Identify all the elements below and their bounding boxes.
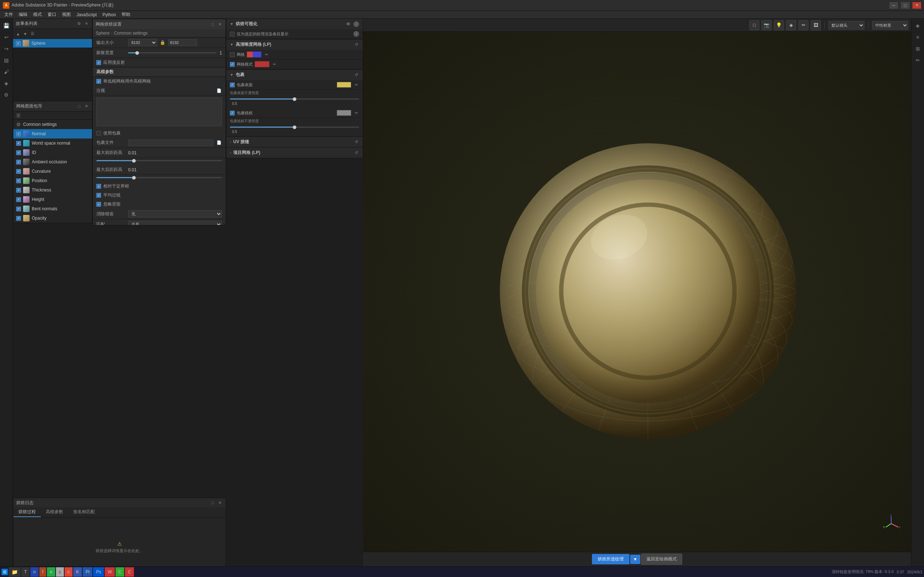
- right-icon-4[interactable]: ✏: [913, 55, 923, 66]
- wireframe-edit[interactable]: ✏: [353, 110, 359, 116]
- only-selected-cb[interactable]: [230, 32, 234, 36]
- bake-log-close[interactable]: ✕: [217, 500, 223, 506]
- mesh-color-swatch[interactable]: [247, 52, 261, 57]
- mesh-nav-bent[interactable]: ✓ Bent normals: [13, 204, 92, 213]
- apply-diffuse-cb[interactable]: ✓: [96, 60, 101, 65]
- layer-down-icon[interactable]: ▼: [23, 31, 28, 37]
- mesh-nav-curvature[interactable]: ✓ Curvature: [13, 167, 92, 176]
- menu-window[interactable]: 窗口: [45, 11, 59, 18]
- bake-viz-info[interactable]: i: [353, 21, 359, 27]
- 3d-viewport[interactable]: X Y Z: [363, 32, 911, 552]
- sidebar-brush-icon[interactable]: 🖌: [1, 66, 12, 77]
- smooth-normals-cb[interactable]: ✓: [96, 193, 101, 198]
- camera-select[interactable]: 默认镜头: [828, 21, 864, 29]
- lock-icon[interactable]: 🔒: [160, 40, 165, 45]
- viewport-btn-photo[interactable]: 🖼: [811, 20, 821, 30]
- layer-up-icon[interactable]: ▲: [15, 31, 21, 37]
- taskbar-c3-btn[interactable]: C: [115, 567, 124, 577]
- taskbar-ps-btn[interactable]: Ps: [93, 567, 104, 577]
- bake-log-float[interactable]: □: [210, 500, 215, 506]
- return-to-paint-button[interactable]: 返回至绘画模式: [641, 554, 682, 565]
- height-checkbox[interactable]: ✓: [16, 197, 21, 202]
- right-icon-3[interactable]: ⊞: [913, 43, 923, 54]
- layer-sphere[interactable]: ✓ Sphere: [13, 39, 92, 48]
- mesh-nav-wsn[interactable]: ✓ World space normal: [13, 139, 92, 148]
- thick-checkbox[interactable]: ✓: [16, 188, 21, 193]
- mesh-detail-cb[interactable]: ✓: [230, 62, 234, 67]
- mesh-detail-swatch[interactable]: [255, 61, 269, 67]
- mesh-nav-thickness[interactable]: ✓ Thickness: [13, 185, 92, 195]
- taskbar-c4-btn[interactable]: C: [125, 567, 134, 577]
- uv-padding-header[interactable]: › UV 接缝 ↺: [226, 137, 363, 147]
- taskbar-pt-btn[interactable]: Pt: [82, 567, 92, 577]
- close-button[interactable]: ✕: [913, 2, 921, 9]
- high-res-header[interactable]: ▼ 高清晰度网格 (LP) ↺: [226, 39, 363, 50]
- sidebar-undo-icon[interactable]: ↩: [1, 32, 12, 43]
- bake-selected-button[interactable]: 烘焙所选纹理: [592, 554, 630, 564]
- sidebar-material-icon[interactable]: ◈: [1, 78, 12, 89]
- only-selected-info[interactable]: i: [353, 31, 359, 37]
- menu-edit[interactable]: 编辑: [16, 11, 30, 18]
- surface-edit[interactable]: ✏: [353, 82, 359, 88]
- relative-cb[interactable]: ✓: [96, 184, 101, 189]
- sidebar-props-icon[interactable]: ⚙: [1, 89, 12, 100]
- mesh-nav-ao[interactable]: ✓ Ambient occlusion: [13, 157, 92, 167]
- taskbar-c2-btn[interactable]: c: [65, 567, 73, 577]
- id-checkbox[interactable]: ✓: [16, 150, 21, 155]
- package-reset[interactable]: ↺: [353, 72, 359, 78]
- story-list-settings[interactable]: ⚙: [76, 21, 82, 27]
- bake-dropdown-button[interactable]: ▼: [630, 554, 640, 564]
- sidebar-save-icon[interactable]: 💾: [1, 20, 12, 31]
- mesh-nav-id[interactable]: ✓ ID: [13, 148, 92, 157]
- taskbar-e-btn[interactable]: e: [47, 567, 55, 577]
- bake-log-tab-match[interactable]: 按名称匹配: [68, 508, 100, 517]
- viewport-btn-light[interactable]: 💡: [774, 20, 784, 30]
- mesh-detail-edit[interactable]: ✏: [271, 61, 277, 67]
- edge-width-thumb[interactable]: [135, 51, 139, 55]
- cage-file-browse[interactable]: 📄: [216, 140, 222, 146]
- bake-settings-close[interactable]: ✕: [217, 21, 223, 27]
- use-low-mesh-cb[interactable]: ✓: [96, 79, 101, 84]
- viewport-btn-3d[interactable]: □: [749, 20, 759, 30]
- taskbar-windows-icon[interactable]: ⊞: [2, 569, 8, 575]
- taskbar-t-btn[interactable]: T: [21, 567, 30, 577]
- mesh-nav-float[interactable]: □: [76, 103, 82, 109]
- bake-log-tab-high[interactable]: 高模参数: [41, 508, 68, 517]
- mesh-nav-filter[interactable]: ☰: [16, 113, 21, 118]
- taskbar-k-btn[interactable]: K: [73, 567, 82, 577]
- menu-javascript[interactable]: JavaScript: [74, 11, 100, 18]
- normal-checkbox[interactable]: ✓: [16, 132, 21, 136]
- menu-file[interactable]: 文件: [2, 11, 16, 18]
- right-icon-1[interactable]: ◈: [913, 20, 923, 31]
- taskbar-file-btn[interactable]: 📁: [9, 567, 21, 577]
- story-list-close[interactable]: ✕: [83, 21, 89, 27]
- mesh-cb[interactable]: [230, 52, 234, 57]
- use-cage-cb[interactable]: [96, 131, 101, 135]
- menu-help[interactable]: 帮助: [119, 11, 133, 18]
- pos-checkbox[interactable]: ✓: [16, 179, 21, 183]
- package-header[interactable]: ▼ 包裹 ↺: [226, 69, 363, 80]
- mesh-nav-position[interactable]: ✓ Position: [13, 176, 92, 185]
- item-mesh-header[interactable]: › 项目网格 (LP) ↺: [226, 148, 363, 158]
- mesh-nav-close[interactable]: ✕: [83, 103, 89, 109]
- minimize-button[interactable]: ─: [889, 2, 898, 9]
- menu-python[interactable]: Python: [100, 11, 119, 18]
- high-res-reset[interactable]: ↺: [353, 42, 359, 48]
- ao-checkbox[interactable]: ✓: [16, 160, 21, 164]
- maximize-button[interactable]: □: [901, 2, 909, 9]
- note-textarea[interactable]: [96, 97, 222, 126]
- viewport-btn-render[interactable]: ◈: [786, 20, 796, 30]
- item-mesh-reset[interactable]: ↺: [353, 150, 359, 156]
- viewport-btn-cam[interactable]: 📷: [762, 20, 772, 30]
- bake-viz-eye[interactable]: 👁: [346, 21, 351, 27]
- taskbar-c-btn[interactable]: c: [56, 567, 64, 577]
- surface-opacity-thumb[interactable]: [293, 97, 296, 101]
- taskbar-f-btn[interactable]: f: [39, 567, 46, 577]
- max-front-thumb[interactable]: [132, 159, 136, 163]
- wireframe-cb[interactable]: ✓: [230, 111, 234, 115]
- surface-color-swatch[interactable]: [337, 82, 351, 88]
- mesh-nav-normal[interactable]: ✓ Normal: [13, 129, 92, 139]
- taskbar-n-btn[interactable]: n: [30, 567, 39, 577]
- output-size-input[interactable]: [168, 39, 197, 46]
- sidebar-layers-icon[interactable]: ▤: [1, 55, 12, 66]
